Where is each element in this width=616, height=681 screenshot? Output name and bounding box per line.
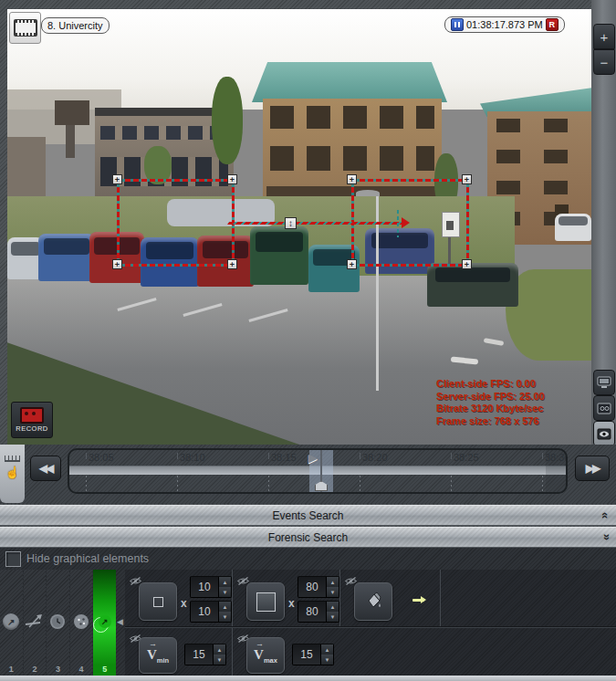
pause-icon[interactable] [451,18,464,31]
camera-select-button[interactable] [9,12,41,44]
spin-up-icon[interactable]: ▲ [214,644,225,655]
monitor-icon [597,376,611,389]
region-corner-handle[interactable]: + [462,174,472,184]
spin-up-icon[interactable]: ▲ [219,577,231,587]
tick-label: 38:25 [454,452,479,463]
region-edge[interactable] [351,264,469,267]
region-edge[interactable] [117,179,120,267]
spin-down-icon[interactable]: ▼ [219,587,231,597]
region-corner-handle[interactable]: + [112,174,122,184]
hide-graphical-checkbox[interactable] [5,551,21,567]
region-edge[interactable] [117,179,235,182]
record-button[interactable]: RECORD [11,402,53,438]
velocity-min-button[interactable]: →Vmin [139,637,177,674]
region-corner-handle[interactable]: + [347,174,357,184]
spin-up-icon[interactable]: ▲ [219,602,231,612]
tab-object-filter[interactable]: 4 [70,570,93,676]
move-icon: + [115,260,120,269]
velocity-min-spinner[interactable]: 15 ▲▼ [184,644,226,665]
forensic-search-bar[interactable]: Forensic Search « [0,527,616,548]
velocity-max-spinner[interactable]: 15 ▲▼ [292,644,334,665]
spin-up-icon[interactable]: ▲ [327,577,339,587]
grass-right [506,269,591,361]
velocity-max-button[interactable]: →Vmax [246,637,285,674]
tick-label: 38:20 [362,452,388,463]
multiply-label: x [181,597,187,610]
zoom-in-button[interactable]: + [593,24,615,49]
max-size-button[interactable] [246,582,285,621]
tick-label: 38:30 [545,452,568,463]
spin-down-icon[interactable]: ▼ [327,612,339,622]
collapse-arrow-icon[interactable]: ◀ [117,617,123,626]
max-height-spinner[interactable]: 80 ▲▼ [298,601,339,623]
monitor-view-button[interactable] [593,370,615,395]
record-indicator-badge: R [546,18,559,31]
color-fill-button[interactable] [354,582,392,621]
v-min-value: 15 [185,648,213,661]
tab-line-crossing[interactable]: 2 [24,570,47,676]
max-height-value: 80 [298,605,326,618]
parked-car [38,234,95,281]
visual-search-button[interactable] [593,421,615,446]
skip-backward-button[interactable]: ◀◀ [30,456,61,481]
timeline-mode-tab[interactable]: ☝ [0,445,25,503]
main-building-windows-row2 [270,146,434,171]
tick-dots [451,476,452,491]
events-search-label: Events Search [272,509,343,522]
region-corner-handle[interactable]: + [227,174,237,184]
resize-vertical-icon: ↕ [288,219,293,228]
direction-arrow-icon [412,599,424,602]
v-max-value: 15 [293,648,320,661]
min-size-button[interactable] [139,582,177,621]
region-edge[interactable] [351,179,469,182]
region-corner-handle[interactable]: + [462,259,472,269]
tick-dots [86,476,87,491]
region-edge[interactable] [117,264,235,267]
zoom-out-button[interactable]: − [593,49,615,75]
paint-bucket-icon [363,592,383,612]
min-width-spinner[interactable]: 10 ▲▼ [190,576,232,598]
tick-dots [542,476,543,491]
spin-down-icon[interactable]: ▼ [214,655,225,665]
tab-motion-search-active[interactable]: ↗ 5 [93,570,116,676]
region-corner-handle[interactable]: + [112,259,122,269]
tick-mark [177,453,178,459]
recordings-button[interactable] [593,395,615,421]
region-corner-handle[interactable]: + [347,259,357,269]
video-viewport[interactable]: + + + + + + + + ↕ 8. Univercity 0 [7,9,591,445]
spin-down-icon[interactable]: ▼ [321,655,333,665]
region-edge[interactable] [466,179,469,267]
spin-up-icon[interactable]: ▲ [327,602,339,612]
forensic-controls: x 10 ▲▼ 10 ▲▼ x 80 ▲▼ 80 ▲▼ [125,570,616,676]
direction-line-handle[interactable]: ↕ [285,217,297,229]
separator [125,626,616,627]
events-search-bar[interactable]: Events Search « [0,505,616,526]
region-corner-handle[interactable]: + [227,259,237,269]
tall-tree [212,77,243,164]
timestamp-display[interactable]: 01:38:17.873 PM R [444,16,565,33]
spin-down-icon[interactable]: ▼ [327,587,339,597]
tab-time-filter[interactable]: 3 [47,570,69,676]
chevron-down-icon[interactable]: « [599,534,612,540]
max-width-value: 80 [298,581,326,593]
forensic-search-label: Forensic Search [268,531,348,544]
skip-forward-button[interactable]: ▶▶ [575,456,610,481]
stat-server-fps: Server-side FPS: 25.00 [436,391,591,403]
stat-bitrate: Bitrate 3120 Kbyte/sec [436,403,591,415]
multiply-label: x [288,597,295,610]
playhead-play-icon[interactable]: ▶ [308,451,318,465]
tick-dots [268,476,269,491]
arrow-ne-icon: ↗ [101,617,109,626]
spin-up-icon[interactable]: ▲ [321,644,333,655]
hide-graphical-label: Hide graphical elements [26,552,149,565]
min-height-spinner[interactable]: 10 ▲▼ [190,601,232,623]
max-width-spinner[interactable]: 80 ▲▼ [298,576,339,598]
spin-down-icon[interactable]: ▼ [219,612,231,622]
move-icon: + [115,175,120,184]
separator [232,570,233,626]
timeline-scrubber[interactable]: 38:05 38:10 38:15 38:20 38:25 38:30 ▶ [68,448,568,494]
fast-forward-icon: ▶▶ [586,462,599,475]
chevron-up-icon[interactable]: « [599,512,612,519]
tab-motion-region[interactable]: ↗ 1 [0,570,23,676]
v-min-icon: →Vmin [147,647,169,665]
